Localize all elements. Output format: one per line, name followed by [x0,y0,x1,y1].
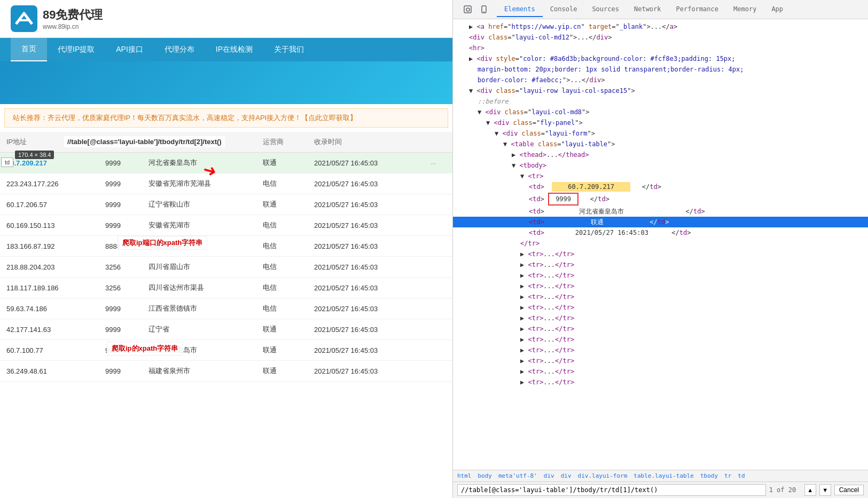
html-line[interactable]: <td> 联通 </td> == $0 [453,217,868,227]
breadcrumb-div2[interactable]: div [561,472,572,479]
nav-home[interactable]: 首页 [11,38,47,61]
table-row: 218.88.204.2033256四川省眉山市电信2021/05/27 16:… [0,257,452,278]
html-line[interactable]: ▶ <tr>...</tr> [453,355,868,366]
html-line[interactable]: ▶ <tr>...</tr> [453,270,868,281]
breadcrumb-td[interactable]: td [738,472,745,479]
html-line[interactable]: ▼ <table class="layui-table"> [453,139,868,149]
html-line[interactable]: </tr> [453,238,868,249]
html-line[interactable]: border-color: #faebcc;">...</div> [453,75,868,85]
breadcrumb-table-layui[interactable]: table.layui-table [634,472,694,479]
devtools-search-input[interactable] [457,484,766,496]
devtools-inspect-icon[interactable] [462,3,474,16]
html-line[interactable]: <td> 河北省秦皇岛市 </td> [453,206,868,217]
devtools-icon-group [457,3,495,16]
html-line[interactable]: ▶ <tr>...</tr> [453,323,868,334]
tab-elements[interactable]: Elements [497,2,543,17]
nav-proxy-dist[interactable]: 代理分布 [154,38,205,61]
html-line[interactable]: ▶ <tr>...</tr> [453,291,868,302]
cell-location: 河北省秦皇岛市 [142,153,257,173]
html-line[interactable]: <hr> [453,43,868,53]
html-line[interactable]: <div class="layui-col-md12">...</div> [453,32,868,43]
html-line[interactable]: ▶ <tr>...</tr> [453,281,868,291]
tab-application[interactable]: App [764,2,791,17]
nav-about[interactable]: 关于我们 [263,38,315,61]
cell-more[interactable] [424,236,452,257]
cell-port: 9999 [99,361,142,382]
site-notice: 站长推荐：齐云代理，优质家庭代理IP！每天数百万真实流水，高速稳定，支持API接… [4,108,448,128]
html-line[interactable]: ▼ <tbody> [453,160,868,171]
html-line[interactable]: ▶ <tr>...</tr> [453,259,868,270]
search-prev-btn[interactable]: ▲ [804,484,816,496]
html-line[interactable]: ▶ <tr>...</tr> [453,377,868,388]
search-result-count: 1 of 20 [769,486,801,494]
nav-ip-check[interactable]: IP在线检测 [205,38,263,61]
html-line[interactable]: <td> 2021/05/27 16:45:03 </td> [453,227,868,238]
html-line[interactable]: margin-bottom: 20px;border: 1px solid tr… [453,64,868,75]
html-line[interactable]: ▶ <thead>...</thead> [453,149,868,160]
cell-isp: 联通 [256,194,308,215]
tab-performance[interactable]: Performance [669,2,726,17]
html-line[interactable]: ▶ <tr>...</tr> [453,334,868,345]
breadcrumb-tr[interactable]: tr [724,472,731,479]
html-line[interactable]: ▶ <tr>...</tr> [453,249,868,259]
html-line[interactable]: <td> 60.7.209.217 </td> [453,181,868,192]
breadcrumb-body[interactable]: body [478,472,492,479]
cell-time: 2021/05/27 16:45:03 [308,319,424,340]
breadcrumb-div1[interactable]: div [544,472,554,479]
logo-sub: www.89ip.cn [43,23,103,30]
cell-more[interactable] [424,194,452,215]
html-line[interactable]: ▶ <tr>...</tr> [453,313,868,323]
cell-more[interactable] [424,278,452,298]
svg-rect-0 [11,5,37,32]
tab-network[interactable]: Network [627,2,669,17]
cell-ip: 223.243.177.226 [0,173,99,194]
breadcrumb-tbody[interactable]: tbody [700,472,718,479]
cell-ip: 183.166.87.192 [0,236,99,257]
devtools-device-icon[interactable] [478,3,490,16]
html-line[interactable]: ▶ <tr>...</tr> [453,366,868,377]
cell-more[interactable]: ··· [424,153,452,173]
logo-icon [11,5,37,32]
td-size-label: 170.4 × 38.4 [15,151,54,159]
html-line[interactable]: ▶ <tr>...</tr> [453,302,868,313]
cell-time: 2021/05/27 16:45:03 [308,194,424,215]
site-nav: 首页 代理IP提取 API接口 代理分布 IP在线检测 关于我们 [0,38,452,61]
cell-more[interactable] [424,257,452,278]
html-line[interactable]: ▼ <div class="layui-row layui-col-space1… [453,85,868,96]
html-line[interactable]: <td> 9999 </td> [453,192,868,206]
cell-more[interactable] [424,361,452,382]
breadcrumb-div-layui-form[interactable]: div.layui-form [578,472,628,479]
cell-time: 2021/05/27 16:45:03 [308,340,424,361]
cell-more[interactable] [424,340,452,361]
search-cancel-btn[interactable]: Cancel [834,485,864,495]
cell-location: 辽宁省鞍山市 [142,194,257,215]
left-panel: 89免费代理 www.89ip.cn 首页 代理IP提取 API接口 代理分布 … [0,0,453,498]
html-line[interactable]: ▼ <div class="fly-panel"> [453,117,868,128]
html-line[interactable]: ▶ <a href="https://www.yip.cn" target="_… [453,21,868,32]
cell-ip: 60.17.206.57 [0,194,99,215]
nav-api[interactable]: API接口 [105,38,154,61]
breadcrumb-meta[interactable]: meta'utf-8' [498,472,537,479]
nav-proxy-ip[interactable]: 代理IP提取 [47,38,105,61]
html-line[interactable]: ▼ <div class="layui-col-md8"> [453,107,868,117]
table-row: 42.177.141.639999辽宁省联通2021/05/27 16:45:0… [0,319,452,340]
tab-console[interactable]: Console [543,2,585,17]
site-header: 89免费代理 www.89ip.cn [0,0,452,38]
html-line[interactable]: ::before [453,96,868,107]
html-line[interactable]: ▶ <div style="color: #8a6d3b;background-… [453,53,868,64]
tab-sources[interactable]: Sources [584,2,627,17]
tab-memory[interactable]: Memory [726,2,764,17]
html-line[interactable]: ▼ <tr> [453,171,868,181]
logo-text-area: 89免费代理 www.89ip.cn [43,7,103,30]
cell-more[interactable] [424,319,452,340]
site-banner [0,61,452,104]
cell-more[interactable] [424,215,452,236]
cell-more[interactable] [424,173,452,194]
cell-more[interactable] [424,298,452,319]
cell-location: 福建省泉州市 [142,361,257,382]
html-line[interactable]: ▼ <div class="layui-form"> [453,128,868,139]
breadcrumb-html[interactable]: html [457,472,472,479]
xpath-annotation-top: //table[@class='layui-table']/tbody/tr/t… [64,136,225,147]
search-next-btn[interactable]: ▼ [819,484,831,496]
html-line[interactable]: ▶ <tr>...</tr> [453,345,868,355]
